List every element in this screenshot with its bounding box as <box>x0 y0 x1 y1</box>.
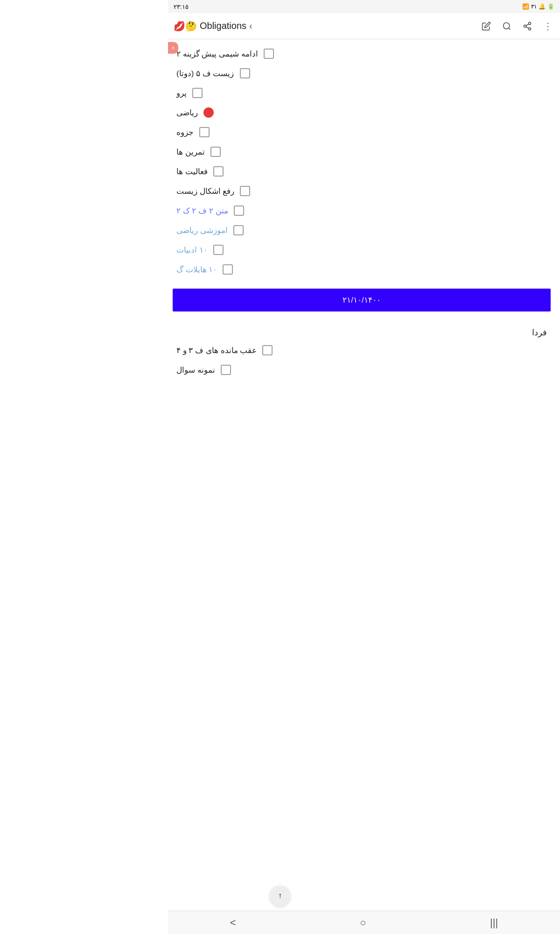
task-item[interactable]: ادامه شیمی پیش گزینه ۲ <box>173 44 551 64</box>
task-label: نمونه سوال <box>176 365 215 375</box>
task-item[interactable]: اموزشی ریاضی <box>173 220 551 240</box>
status-left: 🔋 🔔 ٣١ 📶 <box>522 3 554 10</box>
battery-icon: 🔋 <box>547 3 554 10</box>
more-vert-button[interactable]: ⋮ <box>541 19 554 34</box>
tomorrow-task-list: عقب مانده های ف ۳ و ۴نمونه سوال <box>173 340 551 380</box>
svg-point-5 <box>504 22 510 28</box>
checkbox[interactable] <box>240 68 250 78</box>
task-label: ادامه شیمی پیش گزینه ۲ <box>176 49 258 59</box>
app-bar: ⋮ › Obligations 🤔💋 <box>168 13 560 39</box>
checkbox[interactable] <box>240 186 250 196</box>
date-banner: ۲۱/۱۰/۱۴۰۰ <box>173 289 551 311</box>
bottom-nav: ||| ○ > <box>168 911 560 934</box>
app-title: › Obligations 🤔💋 <box>174 21 252 32</box>
checkbox[interactable] <box>213 166 224 177</box>
task-label: ۱۰ ادبیات <box>176 245 208 255</box>
task-label: جزوه <box>176 127 194 137</box>
task-item[interactable]: فعالیت ها <box>173 162 551 181</box>
task-item[interactable]: ۱۰ هایلات گ <box>173 260 551 279</box>
scroll-indicator[interactable]: ∧ <box>168 42 178 54</box>
task-item[interactable]: ریاضی <box>173 103 551 122</box>
main-content: ادامه شیمی پیش گزینه ۲زیست ف ۵ (دوتا)پرو… <box>168 39 560 384</box>
svg-point-0 <box>529 22 531 24</box>
svg-line-3 <box>526 27 529 28</box>
wifi-icon: 📶 <box>522 3 529 10</box>
checkbox[interactable] <box>264 49 274 59</box>
task-label: زیست ف ۵ (دوتا) <box>176 69 234 78</box>
svg-point-2 <box>529 28 531 30</box>
task-item[interactable]: عقب مانده های ف ۳ و ۴ <box>173 340 551 360</box>
svg-line-6 <box>509 28 511 29</box>
task-label: ۱۰ هایلات گ <box>176 265 217 275</box>
task-label: ریاضی <box>176 108 198 118</box>
forward-icon: › <box>249 21 252 31</box>
status-signal: ٣١ <box>531 3 537 10</box>
svg-line-4 <box>526 24 529 25</box>
red-dot-icon <box>203 107 214 118</box>
alert-icon: 🔔 <box>539 3 546 10</box>
checkbox[interactable] <box>234 205 244 216</box>
title-emojis: 🤔💋 <box>174 21 197 32</box>
edit-button[interactable] <box>480 20 493 33</box>
task-label: متن ۲ ف ۲ ک ۲ <box>176 206 228 216</box>
section-tomorrow-label: فردا <box>173 321 551 340</box>
task-item[interactable]: متن ۲ ف ۲ ک ۲ <box>173 201 551 220</box>
scroll-up-icon: ∧ <box>171 45 175 51</box>
scroll-top-button[interactable]: ↑ <box>270 885 290 906</box>
checkbox[interactable] <box>223 264 233 275</box>
search-button[interactable] <box>500 20 513 33</box>
status-time: ٢٣:١٥ <box>174 3 189 10</box>
checkbox[interactable] <box>192 88 203 98</box>
scroll-top-icon: ↑ <box>278 892 282 900</box>
today-task-list: ادامه شیمی پیش گزینه ۲زیست ف ۵ (دوتا)پرو… <box>173 44 551 279</box>
checkbox[interactable] <box>199 127 210 137</box>
app-bar-actions: ⋮ <box>480 19 554 34</box>
task-item[interactable]: ۱۰ ادبیات <box>173 240 551 260</box>
checkbox[interactable] <box>221 365 231 375</box>
task-item[interactable]: پرو <box>173 83 551 103</box>
nav-home-icon[interactable]: ○ <box>360 917 366 929</box>
nav-back-icon[interactable]: ||| <box>490 917 498 929</box>
status-bar: 🔋 🔔 ٣١ 📶 ٢٣:١٥ <box>168 0 560 13</box>
task-item[interactable]: نمونه سوال <box>173 360 551 380</box>
title-text: Obligations <box>200 21 246 31</box>
checkbox[interactable] <box>262 345 273 355</box>
checkbox[interactable] <box>213 245 224 255</box>
checkbox[interactable] <box>233 225 244 235</box>
task-item[interactable]: رفع اشکال زیست <box>173 181 551 201</box>
task-label: عقب مانده های ف ۳ و ۴ <box>176 346 257 355</box>
task-item[interactable]: زیست ف ۵ (دوتا) <box>173 64 551 83</box>
task-item[interactable]: جزوه <box>173 122 551 142</box>
task-label: فعالیت ها <box>176 167 208 177</box>
nav-forward-icon[interactable]: > <box>230 917 236 929</box>
task-item[interactable]: تمرین ها <box>173 142 551 162</box>
task-label: پرو <box>176 88 187 98</box>
task-label: رفع اشکال زیست <box>176 186 234 196</box>
task-label: تمرین ها <box>176 147 205 157</box>
share-button[interactable] <box>521 20 534 33</box>
svg-point-1 <box>524 25 526 27</box>
checkbox[interactable] <box>210 147 221 157</box>
task-label: اموزشی ریاضی <box>176 226 228 235</box>
